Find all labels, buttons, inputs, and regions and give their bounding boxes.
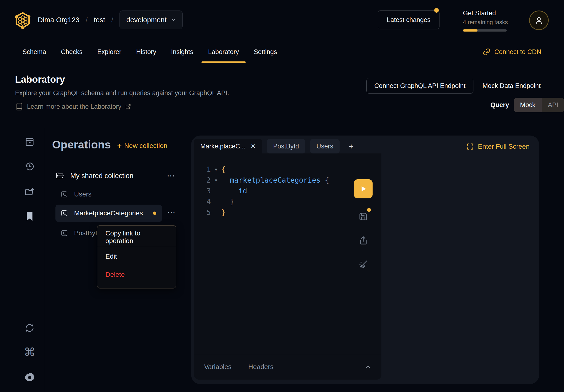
- line-number: 4: [194, 197, 211, 206]
- history-icon[interactable]: [23, 160, 36, 173]
- mock-data-endpoint-label: Mock Data Endpoint: [482, 82, 541, 90]
- context-menu-edit[interactable]: Edit: [97, 247, 176, 266]
- operations-title: Operations: [52, 138, 111, 151]
- chevron-up-icon[interactable]: [364, 363, 371, 370]
- target-selector-dropdown[interactable]: development: [120, 11, 183, 29]
- editor-tab-label: Users: [316, 143, 333, 150]
- hive-laboratory-screen: Dima Org123 / test / development Latest …: [0, 0, 564, 392]
- learn-more-link[interactable]: Learn more about the Laboratory: [15, 102, 131, 111]
- new-collection-label: New collection: [124, 142, 167, 150]
- line-number: 1: [194, 165, 211, 174]
- get-started-widget[interactable]: Get Started 4 remaining tasks: [463, 10, 507, 31]
- plus-icon: +: [117, 141, 122, 150]
- target-selector-value: development: [126, 16, 166, 24]
- tab-insights[interactable]: Insights: [171, 42, 193, 62]
- query-mode-control: Query Mock API: [490, 98, 564, 112]
- breadcrumb-org[interactable]: Dima Org123: [38, 16, 80, 24]
- code-token: {: [221, 165, 226, 174]
- context-menu-delete[interactable]: Delete: [97, 266, 176, 284]
- sync-icon[interactable]: [23, 322, 36, 334]
- get-started-subtitle: 4 remaining tasks: [463, 19, 507, 26]
- operations-header: Operations + New collection: [52, 138, 167, 151]
- tab-checks[interactable]: Checks: [61, 42, 83, 62]
- operation-icon: [61, 210, 68, 217]
- hive-logo: [14, 9, 31, 31]
- tab-history[interactable]: History: [136, 42, 156, 62]
- tab-explorer[interactable]: Explorer: [97, 42, 121, 62]
- get-started-progress-bar: [463, 29, 507, 31]
- enter-fullscreen-label: Enter Full Screen: [478, 143, 530, 150]
- get-started-title: Get Started: [463, 10, 507, 17]
- page-subtitle: Explore your GraphQL schema and run quer…: [15, 89, 229, 97]
- collection-menu-button[interactable]: ⋯: [167, 173, 175, 178]
- chevron-down-icon: [170, 17, 177, 23]
- query-editor[interactable]: 1 ▾ { 2 ▾ marketplaceCategories { 3 id: [194, 154, 381, 379]
- notification-dot: [434, 8, 439, 13]
- connect-graphql-endpoint-button[interactable]: Connect GraphQL API Endpoint: [366, 78, 473, 94]
- play-icon: [359, 185, 367, 193]
- archive-icon[interactable]: [23, 136, 36, 148]
- unsaved-changes-dot: [153, 211, 156, 215]
- learn-more-label: Learn more about the Laboratory: [27, 103, 121, 111]
- editor-tab-users[interactable]: Users: [310, 139, 340, 154]
- tab-schema[interactable]: Schema: [22, 42, 46, 62]
- editor-tabstrip: MarketplaceC... ✕ PostById Users +: [194, 139, 358, 154]
- latest-changes-label: Latest changes: [387, 16, 430, 24]
- fold-marker-icon[interactable]: ▾: [211, 177, 221, 183]
- code-token: id: [238, 187, 247, 195]
- user-avatar-icon: [534, 15, 544, 25]
- save-operation-button[interactable]: [358, 211, 369, 222]
- line-number: 5: [194, 208, 211, 217]
- context-menu-copy-link[interactable]: Copy link to operation: [97, 228, 176, 246]
- operation-item-users[interactable]: Users: [55, 186, 162, 203]
- editor-tab-postbyid[interactable]: PostById: [267, 139, 305, 154]
- code-token: }: [230, 197, 234, 206]
- query-mode-toggle: Mock API: [514, 98, 564, 112]
- gear-icon[interactable]: [23, 371, 36, 384]
- rail-divider: [44, 128, 44, 392]
- close-icon[interactable]: ✕: [250, 143, 256, 150]
- new-collection-button[interactable]: + New collection: [117, 141, 167, 150]
- operation-context-menu: Copy link to operation Edit Delete: [97, 225, 176, 289]
- fold-marker-icon[interactable]: ▾: [211, 167, 221, 172]
- operation-menu-button[interactable]: ⋯: [167, 210, 176, 215]
- headers-tab[interactable]: Headers: [248, 363, 274, 371]
- context-menu-divider: [97, 247, 176, 247]
- user-menu-button[interactable]: [529, 11, 549, 30]
- add-tab-button[interactable]: +: [345, 139, 358, 154]
- variables-tab[interactable]: Variables: [204, 363, 232, 371]
- enter-fullscreen-button[interactable]: Enter Full Screen: [467, 143, 530, 150]
- folder-add-icon[interactable]: [23, 185, 36, 198]
- collection-my-shared-collection[interactable]: My shared collection ⋯: [56, 170, 175, 182]
- connect-to-cdn-link[interactable]: Connect to CDN: [483, 41, 541, 63]
- code-line: 3 id: [194, 185, 329, 196]
- operation-item-marketplacecategories[interactable]: MarketplaceCategories: [55, 205, 162, 222]
- latest-changes-button[interactable]: Latest changes: [378, 10, 440, 29]
- prettify-icon[interactable]: [358, 259, 369, 270]
- breadcrumb-project[interactable]: test: [94, 16, 105, 24]
- run-query-button[interactable]: [354, 179, 372, 198]
- mock-data-endpoint-button[interactable]: Mock Data Endpoint: [482, 78, 541, 94]
- editor-bottom-bar: Variables Headers: [194, 354, 381, 379]
- query-mode-api[interactable]: API: [542, 98, 564, 112]
- share-operation-button[interactable]: [358, 235, 369, 246]
- query-code[interactable]: 1 ▾ { 2 ▾ marketplaceCategories { 3 id: [194, 164, 329, 218]
- get-started-progress-fill: [463, 29, 478, 31]
- tab-settings[interactable]: Settings: [254, 42, 277, 62]
- bookmark-icon[interactable]: [23, 210, 36, 223]
- line-number: 2: [194, 176, 211, 184]
- breadcrumb-separator: /: [111, 16, 113, 24]
- line-number: 3: [194, 187, 211, 195]
- query-mode-mock[interactable]: Mock: [514, 98, 542, 112]
- external-link-icon: [125, 104, 131, 110]
- fullscreen-icon: [467, 143, 474, 150]
- editor-tab-marketplacecategories[interactable]: MarketplaceC... ✕: [194, 139, 262, 154]
- operation-icon: [61, 229, 68, 237]
- breadcrumb-separator: /: [86, 16, 88, 24]
- editor-tab-label: PostById: [273, 143, 299, 150]
- command-icon[interactable]: ⌘: [23, 346, 36, 358]
- tab-laboratory[interactable]: Laboratory: [208, 42, 239, 62]
- breadcrumb: Dima Org123 / test / development: [38, 10, 183, 30]
- query-mode-label: Query: [490, 101, 509, 109]
- connect-to-cdn-label: Connect to CDN: [494, 48, 541, 56]
